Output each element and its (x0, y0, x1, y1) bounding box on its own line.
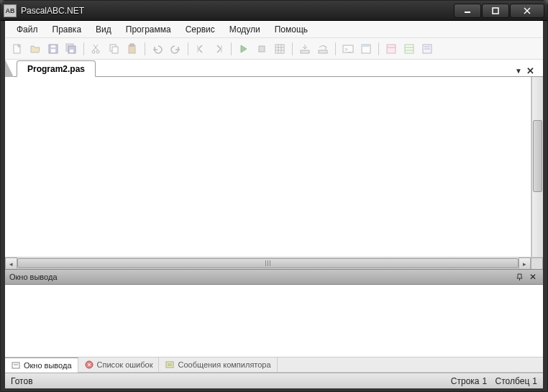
editor-area (5, 77, 543, 257)
save-icon[interactable] (45, 41, 61, 57)
menu-program[interactable]: Программа (119, 22, 178, 37)
redo-icon[interactable] (168, 41, 183, 57)
compiler-msg-icon (165, 360, 175, 370)
svg-rect-33 (387, 45, 396, 53)
scroll-thumb[interactable] (17, 258, 519, 268)
svg-text:>_: >_ (344, 46, 352, 53)
output-tab-label: Окно вывода (24, 361, 72, 370)
statusbar: Готов Строка 1 Столбец 1 (5, 373, 543, 388)
nav-forward-icon[interactable] (211, 41, 227, 57)
svg-rect-16 (112, 47, 118, 53)
window-controls (454, 4, 544, 18)
editor-tab-bar: Program2.pas ▼ ✕ (5, 60, 543, 77)
menu-view[interactable]: Вид (88, 22, 119, 37)
toolbar-separator (335, 42, 336, 55)
save-all-icon[interactable] (63, 41, 79, 57)
app-window: AB PascalABC.NET Файл Правка Вид Програм… (0, 0, 548, 392)
svg-rect-22 (275, 45, 284, 53)
nav-back-icon[interactable] (193, 41, 209, 57)
struct-view-icon[interactable] (401, 41, 417, 57)
status-line-label: Строка (451, 376, 480, 386)
minimize-button[interactable] (454, 4, 481, 18)
svg-rect-18 (130, 44, 134, 46)
svg-rect-7 (51, 45, 55, 47)
class-view-icon[interactable] (383, 41, 399, 57)
scroll-corner (531, 257, 543, 270)
svg-rect-19 (197, 45, 198, 53)
toolbar-separator (83, 42, 84, 55)
maximize-button[interactable] (482, 4, 509, 18)
output-view-icon[interactable] (419, 41, 435, 57)
menu-edit[interactable]: Правка (45, 22, 89, 37)
svg-rect-6 (51, 49, 55, 53)
output-tabs: Окно вывода Список ошибок Сообщения комп… (5, 357, 543, 373)
status-ready: Готов (11, 376, 451, 386)
copy-icon[interactable] (106, 41, 122, 57)
tab-close-icon[interactable]: ✕ (526, 65, 534, 76)
output-panel-body[interactable] (5, 285, 543, 357)
toolbar-separator (292, 42, 293, 55)
open-file-icon[interactable] (27, 41, 43, 57)
tab-dropdown-icon[interactable]: ▼ (515, 67, 522, 75)
form-icon[interactable] (358, 41, 374, 57)
output-tab-compiler[interactable]: Сообщения компилятора (159, 357, 277, 372)
step-over-icon[interactable] (315, 41, 331, 57)
vertical-scrollbar[interactable] (531, 77, 543, 257)
svg-rect-17 (129, 45, 135, 53)
menu-help[interactable]: Помощь (268, 22, 315, 37)
status-position: Строка 1 Столбец 1 (451, 376, 537, 386)
svg-point-14 (96, 50, 99, 53)
cut-icon[interactable] (88, 41, 104, 57)
svg-rect-35 (405, 45, 414, 53)
undo-icon[interactable] (150, 41, 165, 57)
paste-icon[interactable] (124, 41, 140, 57)
status-col-label: Столбец (496, 376, 530, 386)
output-tab-label: Список ошибок (97, 360, 153, 369)
console-icon[interactable]: >_ (340, 41, 356, 57)
output-tab-errors[interactable]: Список ошибок (78, 357, 160, 372)
toolbar-separator (231, 42, 232, 55)
output-tab-icon (11, 360, 21, 370)
output-tab-output[interactable]: Окно вывода (5, 357, 78, 373)
status-line-value: 1 (483, 376, 488, 386)
scroll-thumb[interactable] (533, 120, 542, 192)
menubar: Файл Правка Вид Программа Сервис Модули … (5, 21, 543, 38)
code-editor[interactable] (5, 77, 531, 257)
svg-rect-21 (259, 46, 265, 52)
stop-icon[interactable] (254, 41, 270, 57)
menu-modules[interactable]: Модули (222, 22, 268, 37)
svg-rect-1 (493, 8, 498, 14)
svg-rect-28 (319, 50, 327, 53)
svg-rect-27 (301, 50, 309, 53)
menu-file[interactable]: Файл (9, 22, 45, 37)
output-tab-label: Сообщения компилятора (178, 360, 270, 369)
svg-rect-10 (70, 50, 73, 53)
app-icon: AB (4, 4, 17, 17)
status-col-value: 1 (532, 376, 537, 386)
svg-point-13 (92, 50, 95, 53)
run-icon[interactable] (236, 41, 252, 57)
scroll-right-icon[interactable]: ▸ (519, 257, 531, 270)
toolbar-separator (378, 42, 379, 55)
editor-tab-active[interactable]: Program2.pas (17, 60, 96, 77)
error-list-icon (84, 360, 94, 370)
toolbar-separator (145, 42, 145, 55)
scroll-track[interactable] (17, 257, 519, 269)
svg-rect-46 (166, 362, 173, 368)
close-panel-icon[interactable]: ✕ (527, 272, 539, 282)
horizontal-scrollbar[interactable]: ◂ ▸ (5, 257, 543, 269)
toolbar-separator (188, 42, 188, 55)
pin-icon[interactable] (516, 273, 527, 281)
svg-rect-20 (221, 45, 222, 53)
step-into-icon[interactable] (297, 41, 313, 57)
titlebar[interactable]: AB PascalABC.NET (1, 1, 547, 21)
scroll-left-icon[interactable]: ◂ (5, 257, 17, 270)
output-panel-header[interactable]: Окно вывода ✕ (5, 269, 543, 285)
output-panel-title: Окно вывода (9, 273, 516, 281)
compile-icon[interactable] (272, 41, 288, 57)
new-file-icon[interactable] (9, 41, 25, 57)
svg-rect-41 (12, 363, 19, 368)
close-button[interactable] (510, 4, 544, 18)
toolbar: >_ (5, 38, 543, 60)
menu-service[interactable]: Сервис (178, 22, 222, 37)
